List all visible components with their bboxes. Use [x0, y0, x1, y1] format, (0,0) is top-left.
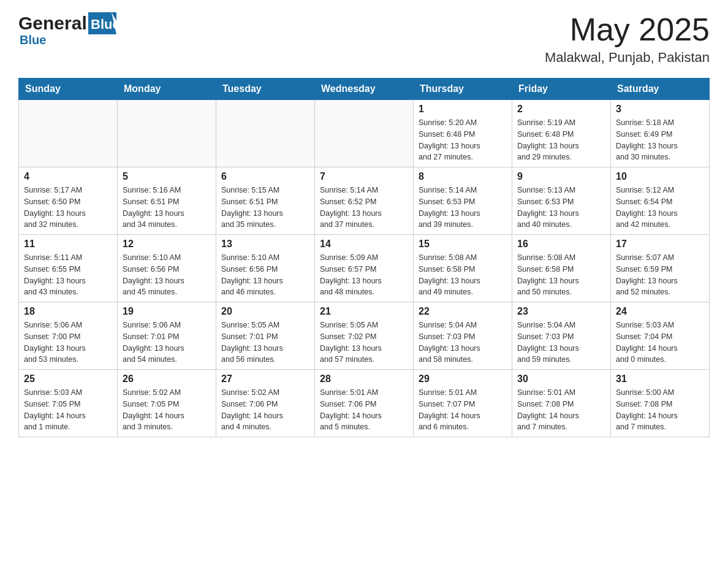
day-info: Sunrise: 5:10 AM Sunset: 6:56 PM Dayligh…	[123, 252, 211, 298]
day-info: Sunrise: 5:01 AM Sunset: 7:06 PM Dayligh…	[320, 387, 408, 433]
day-info: Sunrise: 5:10 AM Sunset: 6:56 PM Dayligh…	[221, 252, 309, 298]
day-info: Sunrise: 5:19 AM Sunset: 6:48 PM Dayligh…	[517, 117, 605, 163]
calendar-cell-2-5: 16Sunrise: 5:08 AM Sunset: 6:58 PM Dayli…	[512, 235, 611, 302]
day-info: Sunrise: 5:20 AM Sunset: 6:48 PM Dayligh…	[419, 117, 507, 163]
day-info: Sunrise: 5:06 AM Sunset: 7:00 PM Dayligh…	[24, 320, 112, 366]
calendar-cell-0-5: 2Sunrise: 5:19 AM Sunset: 6:48 PM Daylig…	[512, 100, 611, 167]
day-number: 22	[419, 306, 507, 317]
calendar-cell-3-2: 20Sunrise: 5:05 AM Sunset: 7:01 PM Dayli…	[216, 302, 315, 370]
week-row-5: 25Sunrise: 5:03 AM Sunset: 7:05 PM Dayli…	[19, 370, 710, 437]
calendar-cell-3-3: 21Sunrise: 5:05 AM Sunset: 7:02 PM Dayli…	[315, 302, 414, 370]
svg-text:Blue: Blue	[91, 17, 116, 32]
day-number: 1	[419, 104, 507, 115]
day-number: 9	[517, 171, 605, 182]
calendar-cell-2-0: 11Sunrise: 5:11 AM Sunset: 6:55 PM Dayli…	[19, 235, 118, 302]
day-number: 29	[419, 373, 507, 385]
calendar-cell-4-3: 28Sunrise: 5:01 AM Sunset: 7:06 PM Dayli…	[315, 370, 414, 437]
calendar-cell-2-1: 12Sunrise: 5:10 AM Sunset: 6:56 PM Dayli…	[118, 235, 216, 302]
day-info: Sunrise: 5:08 AM Sunset: 6:58 PM Dayligh…	[517, 252, 605, 298]
calendar-cell-3-1: 19Sunrise: 5:06 AM Sunset: 7:01 PM Dayli…	[118, 302, 216, 370]
calendar-cell-0-2	[216, 100, 315, 167]
day-number: 7	[320, 171, 408, 182]
day-info: Sunrise: 5:06 AM Sunset: 7:01 PM Dayligh…	[123, 320, 211, 366]
calendar-cell-4-4: 29Sunrise: 5:01 AM Sunset: 7:07 PM Dayli…	[414, 370, 512, 437]
day-info: Sunrise: 5:02 AM Sunset: 7:05 PM Dayligh…	[123, 387, 211, 433]
calendar-cell-2-3: 14Sunrise: 5:09 AM Sunset: 6:57 PM Dayli…	[315, 235, 414, 302]
day-number: 3	[616, 104, 704, 115]
day-number: 21	[320, 306, 408, 317]
week-row-2: 4Sunrise: 5:17 AM Sunset: 6:50 PM Daylig…	[19, 167, 710, 235]
calendar-cell-3-4: 22Sunrise: 5:04 AM Sunset: 7:03 PM Dayli…	[414, 302, 512, 370]
day-number: 2	[517, 104, 605, 115]
calendar-cell-1-3: 7Sunrise: 5:14 AM Sunset: 6:52 PM Daylig…	[315, 167, 414, 235]
day-number: 16	[517, 239, 605, 250]
day-info: Sunrise: 5:05 AM Sunset: 7:01 PM Dayligh…	[221, 320, 309, 366]
col-thursday: Thursday	[414, 79, 512, 100]
page-header: General Blue Blue May 2025 Malakwal, Pun…	[18, 12, 710, 66]
day-info: Sunrise: 5:02 AM Sunset: 7:06 PM Dayligh…	[221, 387, 309, 433]
day-info: Sunrise: 5:12 AM Sunset: 6:54 PM Dayligh…	[616, 185, 704, 231]
day-number: 17	[616, 239, 704, 250]
day-info: Sunrise: 5:15 AM Sunset: 6:51 PM Dayligh…	[221, 185, 309, 231]
day-info: Sunrise: 5:11 AM Sunset: 6:55 PM Dayligh…	[24, 252, 112, 298]
day-info: Sunrise: 5:05 AM Sunset: 7:02 PM Dayligh…	[320, 320, 408, 366]
day-info: Sunrise: 5:17 AM Sunset: 6:50 PM Dayligh…	[24, 185, 112, 231]
col-wednesday: Wednesday	[315, 79, 414, 100]
day-number: 18	[24, 306, 112, 317]
day-info: Sunrise: 5:13 AM Sunset: 6:53 PM Dayligh…	[517, 185, 605, 231]
day-number: 13	[221, 239, 309, 250]
day-number: 12	[123, 239, 211, 250]
day-info: Sunrise: 5:01 AM Sunset: 7:08 PM Dayligh…	[517, 387, 605, 433]
day-info: Sunrise: 5:00 AM Sunset: 7:08 PM Dayligh…	[616, 387, 704, 433]
day-number: 11	[24, 239, 112, 250]
day-number: 10	[616, 171, 704, 182]
day-number: 24	[616, 306, 704, 317]
calendar-cell-1-0: 4Sunrise: 5:17 AM Sunset: 6:50 PM Daylig…	[19, 167, 118, 235]
day-number: 15	[419, 239, 507, 250]
day-number: 27	[221, 373, 309, 385]
week-row-3: 11Sunrise: 5:11 AM Sunset: 6:55 PM Dayli…	[19, 235, 710, 302]
calendar-cell-2-6: 17Sunrise: 5:07 AM Sunset: 6:59 PM Dayli…	[611, 235, 710, 302]
day-number: 31	[616, 373, 704, 385]
day-info: Sunrise: 5:14 AM Sunset: 6:52 PM Dayligh…	[320, 185, 408, 231]
day-number: 4	[24, 171, 112, 182]
calendar-cell-1-6: 10Sunrise: 5:12 AM Sunset: 6:54 PM Dayli…	[611, 167, 710, 235]
day-info: Sunrise: 5:04 AM Sunset: 7:03 PM Dayligh…	[419, 320, 507, 366]
calendar-cell-0-1	[118, 100, 216, 167]
day-number: 25	[24, 373, 112, 385]
col-saturday: Saturday	[611, 79, 710, 100]
day-info: Sunrise: 5:18 AM Sunset: 6:49 PM Dayligh…	[616, 117, 704, 163]
day-info: Sunrise: 5:03 AM Sunset: 7:05 PM Dayligh…	[24, 387, 112, 433]
day-number: 19	[123, 306, 211, 317]
col-tuesday: Tuesday	[216, 79, 315, 100]
col-monday: Monday	[118, 79, 216, 100]
day-number: 30	[517, 373, 605, 385]
day-number: 28	[320, 373, 408, 385]
calendar-cell-4-5: 30Sunrise: 5:01 AM Sunset: 7:08 PM Dayli…	[512, 370, 611, 437]
calendar-cell-1-2: 6Sunrise: 5:15 AM Sunset: 6:51 PM Daylig…	[216, 167, 315, 235]
logo-blue-label: Blue	[20, 33, 46, 47]
title-block: May 2025 Malakwal, Punjab, Pakistan	[545, 12, 710, 66]
calendar-cell-0-0	[19, 100, 118, 167]
day-number: 6	[221, 171, 309, 182]
calendar-cell-2-2: 13Sunrise: 5:10 AM Sunset: 6:56 PM Dayli…	[216, 235, 315, 302]
day-info: Sunrise: 5:16 AM Sunset: 6:51 PM Dayligh…	[123, 185, 211, 231]
calendar-cell-1-1: 5Sunrise: 5:16 AM Sunset: 6:51 PM Daylig…	[118, 167, 216, 235]
day-info: Sunrise: 5:09 AM Sunset: 6:57 PM Dayligh…	[320, 252, 408, 298]
calendar-header-row: Sunday Monday Tuesday Wednesday Thursday…	[19, 79, 710, 100]
day-info: Sunrise: 5:01 AM Sunset: 7:07 PM Dayligh…	[419, 387, 507, 433]
day-number: 8	[419, 171, 507, 182]
week-row-1: 1Sunrise: 5:20 AM Sunset: 6:48 PM Daylig…	[19, 100, 710, 167]
week-row-4: 18Sunrise: 5:06 AM Sunset: 7:00 PM Dayli…	[19, 302, 710, 370]
location-subtitle: Malakwal, Punjab, Pakistan	[545, 50, 710, 66]
day-info: Sunrise: 5:14 AM Sunset: 6:53 PM Dayligh…	[419, 185, 507, 231]
month-year-title: May 2025	[545, 12, 710, 47]
calendar-cell-4-1: 26Sunrise: 5:02 AM Sunset: 7:05 PM Dayli…	[118, 370, 216, 437]
calendar-cell-0-3	[315, 100, 414, 167]
col-sunday: Sunday	[19, 79, 118, 100]
day-number: 14	[320, 239, 408, 250]
day-info: Sunrise: 5:03 AM Sunset: 7:04 PM Dayligh…	[616, 320, 704, 366]
logo-general-text: General	[18, 13, 87, 34]
calendar-cell-3-5: 23Sunrise: 5:04 AM Sunset: 7:03 PM Dayli…	[512, 302, 611, 370]
calendar-cell-4-0: 25Sunrise: 5:03 AM Sunset: 7:05 PM Dayli…	[19, 370, 118, 437]
